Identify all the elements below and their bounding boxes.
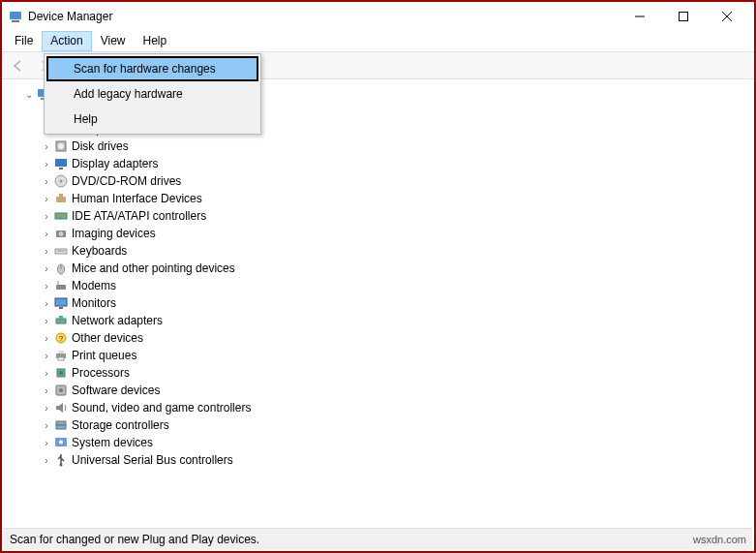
expander-icon[interactable]: › — [41, 211, 52, 222]
dvd-icon — [53, 173, 69, 189]
svg-point-12 — [58, 143, 64, 149]
system-icon — [53, 435, 69, 450]
tree-category-label: Network adapters — [72, 314, 163, 327]
svg-rect-38 — [59, 371, 63, 375]
action-dropdown: Scan for hardware changes Add legacy har… — [44, 53, 261, 135]
device-tree[interactable]: ⌄ ›Bluetooth›Computer›Disk drives›Displa… — [4, 81, 752, 524]
tree-category[interactable]: ›Imaging devices — [39, 225, 752, 242]
tree-category[interactable]: ›Storage controllers — [39, 416, 752, 434]
svg-rect-30 — [56, 319, 66, 323]
tree-category[interactable]: ›Mice and other pointing devices — [39, 260, 752, 277]
expander-icon[interactable]: › — [41, 194, 52, 204]
tree-category-label: Processors — [72, 366, 130, 380]
status-text: Scan for changed or new Plug and Play de… — [10, 533, 259, 546]
svg-rect-0 — [10, 12, 21, 19]
tree-category[interactable]: ›Monitors — [39, 294, 752, 312]
status-right: wsxdn.com — [693, 534, 746, 545]
camera-icon — [53, 226, 69, 241]
monitor-icon — [53, 295, 69, 311]
menu-add-legacy-hardware[interactable]: Add legacy hardware — [46, 81, 258, 107]
svg-rect-41 — [56, 421, 66, 425]
menu-view[interactable]: View — [92, 31, 135, 51]
expander-icon[interactable]: › — [41, 420, 52, 431]
tree-category[interactable]: ›System devices — [39, 434, 752, 451]
tree-category-label: Universal Serial Bus controllers — [72, 453, 233, 467]
menu-action[interactable]: Action — [42, 31, 91, 51]
modem-icon — [53, 278, 69, 293]
titlebar: Device Manager — [2, 2, 754, 31]
menu-help-item[interactable]: Help — [46, 107, 258, 132]
expander-icon[interactable]: › — [41, 281, 52, 292]
tree-category[interactable]: ›Universal Serial Bus controllers — [39, 451, 752, 469]
printer-icon — [53, 348, 69, 363]
tree-category-label: Monitors — [72, 296, 116, 310]
tree-category[interactable]: ›?Other devices — [39, 329, 752, 347]
expander-icon[interactable]: ⌄ — [23, 89, 35, 100]
expander-icon[interactable]: › — [41, 176, 52, 187]
maximize-button[interactable] — [661, 3, 705, 30]
tree-category[interactable]: ›Human Interface Devices — [39, 190, 752, 207]
tree-category[interactable]: ›Processors — [39, 364, 752, 382]
expander-icon[interactable]: › — [41, 385, 52, 396]
back-button[interactable] — [8, 55, 29, 77]
expander-icon[interactable]: › — [41, 263, 52, 274]
svg-point-45 — [60, 464, 63, 467]
tree-category-label: System devices — [72, 436, 153, 449]
minimize-button[interactable] — [618, 3, 661, 30]
app-icon — [8, 9, 23, 24]
menu-scan-hardware[interactable]: Scan for hardware changes — [46, 56, 258, 81]
menu-help[interactable]: Help — [135, 31, 176, 51]
tree-category[interactable]: ›DVD/CD-ROM drives — [39, 172, 752, 190]
expander-icon[interactable]: › — [41, 455, 52, 466]
svg-rect-42 — [56, 425, 66, 429]
expander-icon[interactable]: › — [41, 403, 52, 414]
tree-category-label: Human Interface Devices — [72, 192, 202, 205]
expander-icon[interactable]: › — [41, 351, 52, 361]
other-icon: ? — [53, 330, 69, 346]
svg-rect-1 — [12, 20, 19, 22]
tree-category-label: Storage controllers — [72, 418, 169, 432]
tree-category-label: Display adapters — [72, 157, 158, 170]
expander-icon[interactable]: › — [41, 368, 52, 379]
ide-icon — [53, 208, 69, 224]
tree-category-label: Print queues — [72, 349, 136, 362]
svg-rect-35 — [58, 351, 64, 353]
storage-icon — [53, 417, 69, 433]
tree-category-label: Keyboards — [72, 244, 127, 258]
svg-rect-36 — [58, 357, 64, 360]
svg-rect-13 — [55, 159, 67, 167]
expander-icon[interactable]: › — [41, 333, 52, 344]
tree-category[interactable]: ›Modems — [39, 277, 752, 294]
network-icon — [53, 313, 69, 328]
tree-category[interactable]: ›Display adapters — [39, 155, 752, 172]
tree-category[interactable]: ›Keyboards — [39, 242, 752, 260]
tree-category[interactable]: ›Software devices — [39, 382, 752, 399]
tree-category[interactable]: ›Disk drives — [39, 138, 752, 155]
svg-rect-18 — [59, 194, 63, 197]
svg-rect-19 — [55, 213, 67, 219]
tree-category-label: Other devices — [72, 331, 143, 345]
menu-file[interactable]: File — [6, 31, 42, 51]
expander-icon[interactable]: › — [41, 246, 52, 257]
svg-rect-29 — [59, 307, 63, 309]
menubar: File Action View Help — [2, 31, 754, 52]
expander-icon[interactable]: › — [41, 316, 52, 326]
tree-category-label: Software devices — [72, 384, 160, 397]
expander-icon[interactable]: › — [41, 229, 52, 239]
keyboard-icon — [53, 243, 69, 259]
statusbar: Scan for changed or new Plug and Play de… — [4, 528, 752, 549]
tree-category[interactable]: ›Sound, video and game controllers — [39, 399, 752, 416]
tree-category-label: Disk drives — [72, 139, 129, 153]
svg-text:?: ? — [59, 334, 64, 343]
expander-icon[interactable]: › — [41, 438, 52, 448]
tree-category[interactable]: ›Network adapters — [39, 312, 752, 329]
expander-icon[interactable]: › — [41, 298, 52, 309]
mouse-icon — [53, 261, 69, 276]
svg-rect-17 — [56, 197, 66, 202]
display-icon — [53, 156, 69, 171]
expander-icon[interactable]: › — [41, 159, 52, 169]
close-button[interactable] — [705, 3, 748, 30]
tree-category[interactable]: ›IDE ATA/ATAPI controllers — [39, 207, 752, 225]
tree-category[interactable]: ›Print queues — [39, 347, 752, 364]
expander-icon[interactable]: › — [41, 141, 52, 152]
